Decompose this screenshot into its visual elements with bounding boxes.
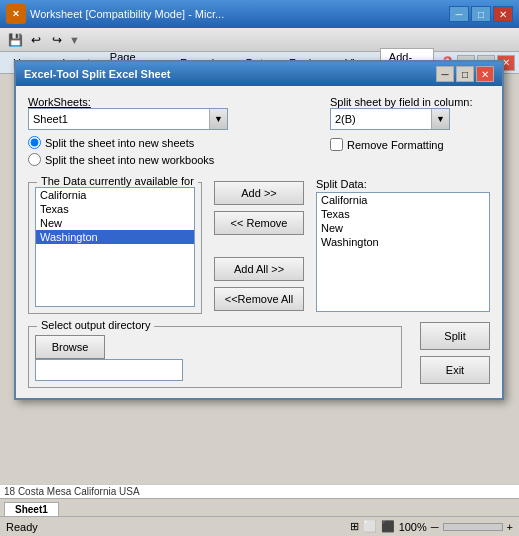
output-group: Select output directory Browse [28, 322, 402, 388]
maximize-button[interactable]: □ [471, 6, 491, 22]
zoom-minus-icon[interactable]: ─ [431, 521, 439, 533]
list-item[interactable]: Texas [36, 202, 194, 216]
cell-row-content: 18 Costa Mesa California USA [4, 486, 140, 497]
zoom-level: 100% [399, 521, 427, 533]
window-controls: ─ □ ✕ [449, 6, 513, 22]
statusbar-right: ⊞ ⬜ ⬛ 100% ─ + [350, 520, 513, 533]
redo-icon[interactable]: ↪ [48, 31, 66, 49]
page-icon: ⬜ [363, 520, 377, 533]
column-value: 2(B) [331, 113, 431, 125]
dialog-minimize-btn[interactable]: ─ [436, 66, 454, 82]
save-icon[interactable]: 💾 [6, 31, 24, 49]
left-group-box: The Data currently available for Califor… [28, 182, 202, 314]
split-list-item[interactable]: Texas [317, 207, 489, 221]
split-label: Split sheet by field in column: [330, 96, 490, 108]
title-bar: ✕ Worksheet [Compatibility Mode] - Micr.… [0, 0, 519, 28]
transfer-buttons: Add >> << Remove Add All >> <<Remove All [206, 178, 312, 314]
radio-new-workbooks[interactable] [28, 153, 41, 166]
radio-new-sheets[interactable] [28, 136, 41, 149]
grid-icon: ⊞ [350, 520, 359, 533]
left-list-section: The Data currently available for Califor… [28, 178, 202, 314]
column-dropdown[interactable]: 2(B) ▼ [330, 108, 450, 130]
output-label: Select output directory [37, 319, 154, 331]
remove-all-button[interactable]: <<Remove All [214, 287, 304, 311]
split-data-label: Split Data: [316, 178, 490, 190]
add-all-button[interactable]: Add All >> [214, 257, 304, 281]
split-list-item[interactable]: Washington [317, 235, 489, 249]
close-button[interactable]: ✕ [493, 6, 513, 22]
split-list-item[interactable]: New [317, 221, 489, 235]
worksheet-dropdown[interactable]: Sheet1 ▼ [28, 108, 228, 130]
radio-new-sheets-row: Split the sheet into new sheets [28, 136, 320, 149]
data-available-label: The Data currently available for [37, 175, 198, 187]
column-dropdown-arrow[interactable]: ▼ [431, 109, 449, 129]
list-item[interactable]: California [36, 188, 194, 202]
dialog-title: Excel-Tool Split Excel Sheet [24, 68, 436, 80]
split-column-section: Split sheet by field in column: 2(B) ▼ R… [330, 96, 490, 170]
remove-formatting-checkbox[interactable] [330, 138, 343, 151]
radio-new-workbooks-label: Split the sheet into new workbooks [45, 154, 214, 166]
dialog-body: WorkSheets: Sheet1 ▼ Split the sheet int… [16, 86, 502, 398]
worksheet-section: WorkSheets: Sheet1 ▼ Split the sheet int… [28, 96, 320, 170]
output-section: Select output directory Browse Split Exi… [28, 322, 490, 388]
dialog-title-bar: Excel-Tool Split Excel Sheet ─ □ ✕ [16, 62, 502, 86]
radio-new-workbooks-row: Split the sheet into new workbooks [28, 153, 320, 166]
dialog-close-btn[interactable]: ✕ [476, 66, 494, 82]
remove-button[interactable]: << Remove [214, 211, 304, 235]
worksheets-label: WorkSheets: [28, 96, 320, 108]
zoom-slider[interactable] [443, 523, 503, 531]
worksheet-value: Sheet1 [29, 113, 209, 125]
right-list-box[interactable]: California Texas New Washington [316, 192, 490, 312]
top-section: WorkSheets: Sheet1 ▼ Split the sheet int… [28, 96, 490, 170]
data-section: The Data currently available for Califor… [28, 178, 490, 314]
list-item-selected[interactable]: Washington [36, 230, 194, 244]
output-input-row: Browse [35, 335, 395, 359]
quick-access-toolbar: 💾 ↩ ↪ ▼ [0, 28, 519, 52]
statusbar: Ready ⊞ ⬜ ⬛ 100% ─ + [0, 516, 519, 536]
dialog-maximize-btn[interactable]: □ [456, 66, 474, 82]
remove-formatting-label: Remove Formatting [347, 139, 444, 151]
app-icon: ✕ [6, 4, 26, 24]
browse-button[interactable]: Browse [35, 335, 105, 359]
radio-new-sheets-label: Split the sheet into new sheets [45, 137, 194, 149]
split-button[interactable]: Split [420, 322, 490, 350]
remove-formatting-row: Remove Formatting [330, 138, 490, 151]
preview-icon: ⬛ [381, 520, 395, 533]
output-path-input[interactable] [35, 359, 183, 381]
worksheet-dropdown-arrow[interactable]: ▼ [209, 109, 227, 129]
ready-text: Ready [6, 521, 350, 533]
add-button[interactable]: Add >> [214, 181, 304, 205]
undo-icon[interactable]: ↩ [27, 31, 45, 49]
sheet-tabs-bar: Sheet1 [0, 498, 519, 516]
minimize-button[interactable]: ─ [449, 6, 469, 22]
sheet-tab-sheet1[interactable]: Sheet1 [4, 502, 59, 516]
window-title: Worksheet [Compatibility Mode] - Micr... [30, 8, 445, 20]
right-list-section: Split Data: California Texas New Washing… [316, 178, 490, 314]
left-list-box[interactable]: California Texas New Washington [35, 187, 195, 307]
cell-row: 18 Costa Mesa California USA [0, 484, 519, 498]
main-action-buttons: Split Exit [410, 322, 490, 388]
dialog-controls: ─ □ ✕ [436, 66, 494, 82]
list-item[interactable]: New [36, 216, 194, 230]
dialog: Excel-Tool Split Excel Sheet ─ □ ✕ WorkS… [14, 60, 504, 400]
split-list-item[interactable]: California [317, 193, 489, 207]
output-group-box: Select output directory Browse [28, 326, 402, 388]
exit-button[interactable]: Exit [420, 356, 490, 384]
zoom-plus-icon[interactable]: + [507, 521, 513, 533]
